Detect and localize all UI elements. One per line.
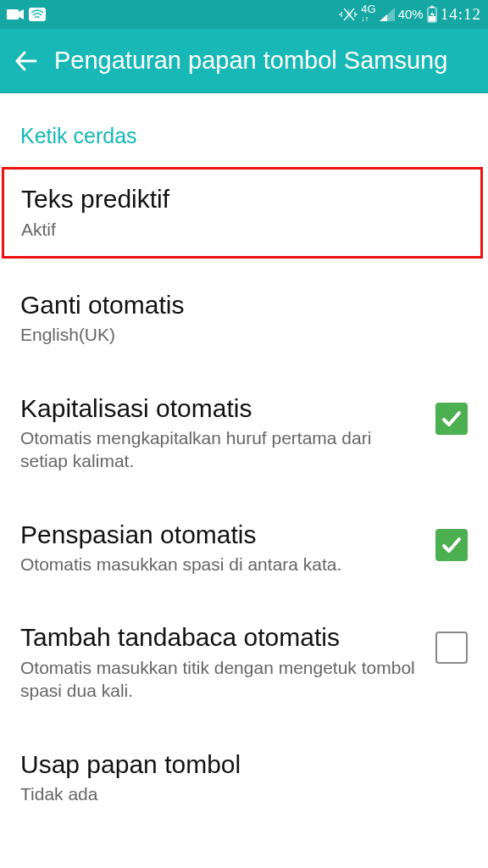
setting-title: Tambah tandabaca otomatis (20, 623, 420, 653)
checkbox-auto-spacing[interactable] (435, 529, 468, 561)
svg-rect-3 (430, 6, 434, 8)
vibrate-icon (339, 7, 358, 22)
check-icon (441, 534, 463, 556)
network-type-label: 4G↓↑ (361, 5, 375, 24)
check-icon (441, 408, 463, 430)
wifi-icon (29, 8, 46, 21)
clock-label: 14:12 (441, 5, 481, 24)
setting-subtitle: Otomatis masukkan spasi di antara kata. (20, 553, 420, 576)
section-header-smart-typing: Ketik cerdas (0, 120, 488, 167)
status-bar: 4G↓↑ 40% 14:12 (0, 0, 488, 29)
camera-icon (7, 8, 24, 20)
battery-charging-icon (427, 6, 437, 23)
battery-percent-label: 40% (398, 7, 424, 21)
arrow-left-icon (13, 48, 38, 74)
settings-list: Ketik cerdas Teks prediktif Aktif Ganti … (0, 93, 488, 821)
setting-item-auto-punctuate[interactable]: Tambah tandabaca otomatis Otomatis masuk… (0, 608, 488, 717)
setting-item-auto-capitalize[interactable]: Kapitalisasi otomatis Otomatis mengkapit… (0, 379, 488, 488)
svg-rect-0 (7, 9, 19, 19)
svg-rect-4 (429, 16, 435, 21)
setting-subtitle: Aktif (21, 218, 463, 241)
setting-item-predictive-text[interactable]: Teks prediktif Aktif (2, 167, 483, 259)
action-bar: Pengaturan papan tombol Samsung (0, 29, 488, 93)
setting-title: Ganti otomatis (20, 291, 468, 320)
signal-icon (380, 8, 395, 21)
setting-item-auto-spacing[interactable]: Penspasian otomatis Otomatis masukkan sp… (0, 505, 488, 592)
setting-title: Penspasian otomatis (20, 520, 420, 550)
back-button[interactable] (10, 46, 41, 76)
setting-item-keyboard-swipe[interactable]: Usap papan tombol Tidak ada (0, 735, 488, 821)
setting-title: Usap papan tombol (20, 750, 468, 780)
setting-subtitle: Otomatis masukkan titik dengan mengetuk … (20, 656, 420, 703)
checkbox-auto-capitalize[interactable] (435, 403, 468, 435)
setting-subtitle: Otomatis mengkapitalkan huruf pertama da… (20, 426, 420, 473)
checkbox-auto-punctuate[interactable] (435, 632, 468, 664)
page-title: Pengaturan papan tombol Samsung (54, 47, 447, 75)
setting-subtitle: Tidak ada (20, 782, 468, 805)
setting-subtitle: English(UK) (20, 323, 468, 346)
setting-item-auto-replace[interactable]: Ganti otomatis English(UK) (0, 275, 488, 362)
setting-title: Kapitalisasi otomatis (20, 394, 420, 424)
setting-title: Teks prediktif (21, 185, 463, 214)
